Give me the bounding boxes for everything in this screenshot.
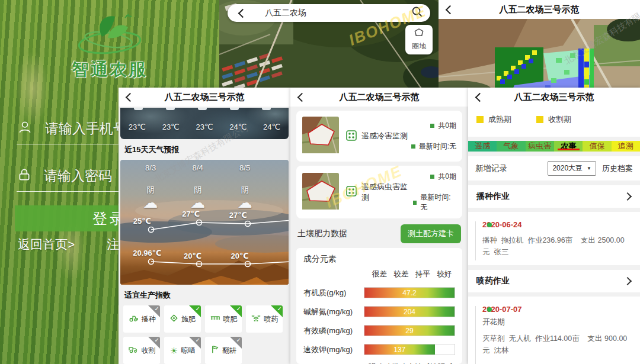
check-icon: ✓ <box>277 305 282 313</box>
check-icon: ✓ <box>155 337 159 344</box>
bar-fill: 47.2 <box>364 288 455 298</box>
polygon-icon <box>413 28 425 40</box>
tab-remote-sensing[interactable]: 遥感 <box>468 141 497 152</box>
tab-meteorology[interactable]: 气象 <box>497 141 525 152</box>
soil-bar-row: 碱解氮(mg/kg) 204 <box>303 306 455 317</box>
maturity-legend-swatch <box>476 116 484 123</box>
field-preview-screen: 八五二农场三号示范 <box>439 0 640 95</box>
history-archive-link[interactable]: 历史档案 <box>602 163 633 174</box>
draw-plot-label: 圈地 <box>412 41 426 51</box>
new-record-label[interactable]: 新增记录 <box>475 163 548 174</box>
timeline-dot <box>487 307 492 312</box>
quality-scale: 很差 较差 持平 较好 <box>369 269 455 279</box>
operation-index-grid: 播种 ✓ 施肥 ✓ 喷肥 ✓ 喷药 ✓ <box>119 304 290 364</box>
draw-plot-button[interactable]: 圈地 <box>405 25 433 54</box>
logo-leaves-icon <box>71 11 149 58</box>
op-card-spray-fertilizer[interactable]: 喷肥 ✓ <box>205 305 242 333</box>
app-logo: 智通农服 <box>0 11 219 82</box>
high-temp: 25℃ <box>133 217 151 226</box>
bullet-icon <box>430 175 434 179</box>
search-icon[interactable] <box>411 6 423 20</box>
low-temp: 20℃ <box>184 252 201 260</box>
drone-icon <box>251 314 261 324</box>
latest-time: 最新时间:无 <box>419 141 456 152</box>
spray-bar-icon <box>210 314 220 324</box>
phone-placeholder: 请输入手机号 <box>45 120 127 138</box>
field-classification-map[interactable] <box>439 19 640 95</box>
forecast-section-label: 近15天天气预报 <box>119 139 290 159</box>
search-input[interactable]: 八五二农场 <box>265 8 411 18</box>
group-header-seeding[interactable]: 播种作业 <box>468 185 640 208</box>
op-card-spray-pesticide[interactable]: 喷药 ✓ <box>246 305 283 333</box>
cloud-icon: ☁ <box>143 194 158 211</box>
plot-thumbnail <box>302 117 339 156</box>
forecast-date: 8/4 <box>193 163 203 172</box>
op-card-drying[interactable]: ☀ 晾晒 ✓ <box>164 337 201 364</box>
harvest-legend-swatch <box>536 116 543 123</box>
new-record-row: 新增记录 2020大豆 ▼ 历史档案 <box>468 156 640 181</box>
forecast-card[interactable]: 8/3 8/4 8/5 阴 阴 阴 ☁ ☁ ☁ 25℃ 27℃ 27℃ 20.9… <box>120 160 289 285</box>
plot-thumbnail <box>302 173 339 212</box>
hourly-strip[interactable]: 23℃ 23℃ 23℃ 24℃ 24℃ <box>120 108 289 139</box>
timeline-dot <box>487 223 492 227</box>
timeline-line <box>475 221 476 260</box>
latest-time: 最新时间:无 <box>420 192 456 212</box>
tab-pests[interactable]: 病虫害 <box>526 141 554 152</box>
high-temp: 27℃ <box>229 211 247 220</box>
bullet-icon <box>411 144 415 149</box>
timeline-line <box>475 306 476 364</box>
chevron-right-icon <box>623 192 632 201</box>
elements-card: 成分元素 很差 较差 持平 较好 有机质(g/kg) 47.2 碱解氮(mg/k… <box>296 248 462 364</box>
soil-bar-row: 有效磷(mg/kg) 29 <box>303 325 455 336</box>
page-title: 八五二农场三号示范 <box>468 92 640 103</box>
back-home-link[interactable]: 返回首页> <box>18 236 75 253</box>
bullet-icon <box>413 201 417 205</box>
op-card-harvest[interactable]: 收割 ✓ <box>123 337 160 364</box>
record-entry[interactable]: 2020-07-07 开花期 灭草剂 无人机 作业114.00亩 支出 900.… <box>468 297 640 364</box>
strip-temp: 24℃ <box>221 115 255 131</box>
index-section-label: 适宜生产指数 <box>119 285 290 304</box>
bar-fill: 29 <box>364 326 455 336</box>
bullet-icon <box>430 124 434 128</box>
dots-grid-icon <box>346 186 357 198</box>
op-card-seeding[interactable]: 播种 ✓ <box>123 305 160 333</box>
cloud-icon: ☁ <box>190 194 205 211</box>
bar-track: 137 <box>364 344 455 355</box>
op-card-plowing[interactable]: 翻耕 ✓ <box>205 337 242 364</box>
low-temp: 20℃ <box>231 252 249 260</box>
chevron-down-icon: ▼ <box>587 166 591 171</box>
monitor-stats: 共0期 最新时间:无 <box>413 172 456 212</box>
high-temp: 27℃ <box>182 210 200 218</box>
page-title: 八五二农场三号示范 <box>290 92 468 103</box>
monitor-label: 遥感病虫害监测 <box>361 182 413 203</box>
monitor-card-cold[interactable]: 遥感冷害监测 共0期 最新时间:无 <box>296 111 462 162</box>
farm-records-screen: 八五二农场三号示范 成熟期 收割期 遥感 气象 病虫害 农事 值保 追溯 新增记… <box>468 88 640 364</box>
tab-plant-protection[interactable]: 值保 <box>583 141 611 152</box>
tab-traceability[interactable]: 追溯 <box>612 141 640 152</box>
category-tabs: 遥感 气象 病虫害 农事 值保 追溯 <box>468 141 640 152</box>
check-icon: ✓ <box>236 305 241 313</box>
harvester-icon <box>128 345 139 356</box>
op-card-fertilize[interactable]: 施肥 ✓ <box>164 305 201 333</box>
period-count: 共0期 <box>438 121 456 131</box>
period-count: 共0期 <box>438 172 456 182</box>
map-search-bar[interactable]: 八五二农场 <box>228 4 430 22</box>
fertilizer-icon <box>169 314 178 325</box>
tab-farm-work[interactable]: 农事 <box>554 141 583 152</box>
check-icon: ✓ <box>236 337 241 344</box>
dots-grid-icon <box>346 130 357 143</box>
record-entry[interactable]: 2020-06-24 播种 拖拉机 作业236.96亩 支出 2500.00 元… <box>468 212 640 265</box>
soil-bar-row: 有机质(g/kg) 47.2 <box>303 287 455 298</box>
soil-monitor-screen: 八五二农场三号示范 遥感冷害监测 共0期 最新时间:无 遥感病虫害监测 <box>290 88 468 364</box>
back-icon[interactable] <box>238 8 248 18</box>
stage-legend: 成熟期 收割期 <box>468 107 640 137</box>
monitor-card-pest[interactable]: 遥感病虫害监测 共0期 最新时间:无 <box>296 166 462 218</box>
monitor-label: 遥感冷害监测 <box>361 131 408 141</box>
tractor-icon <box>128 314 139 324</box>
soil-test-card-button[interactable]: 测土配方建卡 <box>401 224 461 243</box>
page-title: 八五二农场三号示范 <box>439 4 640 15</box>
group-header-spraying[interactable]: 喷药作业 <box>468 270 640 292</box>
season-select[interactable]: 2020大豆 ▼ <box>548 161 596 176</box>
forecast-date: 8/3 <box>145 163 156 172</box>
lock-icon <box>18 167 31 185</box>
